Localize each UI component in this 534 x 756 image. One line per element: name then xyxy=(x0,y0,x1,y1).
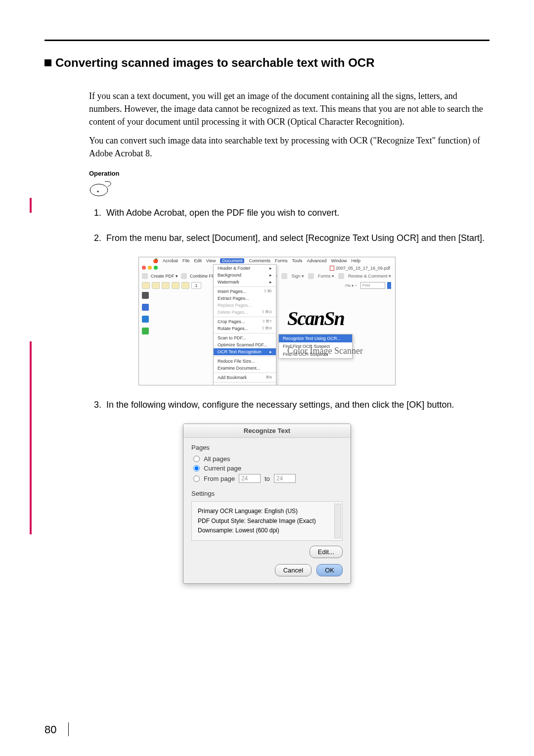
setting-line: Downsample: Lowest (600 dpi) xyxy=(198,526,336,535)
settings-group-label: Settings xyxy=(191,490,343,497)
toolbar-find: .7% ▾ Find xyxy=(344,282,391,289)
step-text: With Adobe Acrobat, open the PDF file yo… xyxy=(106,208,339,218)
menu-item[interactable]: Background▸ xyxy=(214,272,276,279)
menubar-item-document[interactable]: Document xyxy=(220,258,244,263)
signatures-panel-icon[interactable] xyxy=(142,316,149,323)
setting-line: Primary OCR Language: English (US) xyxy=(198,507,336,516)
radio-label: All pages xyxy=(204,455,230,463)
square-bullet-icon xyxy=(44,59,51,66)
menu-item[interactable]: Rotate Pages...⇧⌘R xyxy=(214,325,276,332)
review-icon[interactable] xyxy=(338,273,344,279)
radio-input[interactable] xyxy=(193,465,200,472)
minimize-icon[interactable] xyxy=(148,266,152,270)
print-icon[interactable] xyxy=(152,282,160,289)
procedure-list: 1. With Adobe Acrobat, open the PDF file… xyxy=(94,206,490,245)
toolbar-primary: Create PDF ▾ Combine Files ▾ xyxy=(142,273,222,279)
radio-from-page[interactable]: From page to xyxy=(193,474,343,483)
menu-item-ocr-text-recognition[interactable]: OCR Text Recognition▸ xyxy=(214,348,276,355)
pdf-file-icon xyxy=(330,266,334,271)
menu-item[interactable]: Optimize Scanned PDF... xyxy=(214,341,276,348)
radio-input[interactable] xyxy=(193,456,200,462)
dialog-title: Recognize Text xyxy=(183,424,351,438)
acrobat-screenshot: 🍎 Acrobat File Edit View Document Commen… xyxy=(138,257,396,385)
menubar-item[interactable]: Comments xyxy=(249,258,270,263)
combine-icon[interactable] xyxy=(181,273,187,279)
menu-item[interactable]: Extract Pages... xyxy=(214,295,276,302)
menu-item[interactable]: Crop Pages...⇧⌘T xyxy=(214,318,276,325)
menubar-item[interactable]: Window xyxy=(331,258,347,263)
document-menu: Header & Footer▸ Background▸ Watermark▸ … xyxy=(213,264,276,385)
menu-item[interactable]: Watermark▸ xyxy=(214,279,276,285)
recognize-text-dialog: Recognize Text Pages All pages Current p… xyxy=(183,424,351,584)
arrow-left-icon[interactable] xyxy=(172,282,179,289)
pages-group-label: Pages xyxy=(191,444,343,451)
arrow-right-icon[interactable] xyxy=(181,282,189,289)
list-item: 3. In the following window, configure th… xyxy=(94,398,490,412)
page-number-input[interactable]: 1 xyxy=(191,282,201,289)
window-controls[interactable] xyxy=(142,266,158,270)
help-panel-icon[interactable] xyxy=(142,328,149,334)
svg-point-1 xyxy=(97,191,99,192)
menu-item[interactable]: Attach a File... xyxy=(214,383,276,385)
operation-label: Operation xyxy=(89,170,119,177)
apple-menu-icon: 🍎 xyxy=(153,258,158,263)
radio-input[interactable] xyxy=(193,475,200,482)
operation-badge: Operation xyxy=(89,169,490,197)
to-page-input[interactable] xyxy=(274,474,296,483)
menubar-item[interactable]: Advanced xyxy=(307,258,326,263)
nav-pane xyxy=(142,292,149,334)
menubar-item[interactable]: Acrobat xyxy=(163,258,178,263)
cancel-button[interactable]: Cancel xyxy=(275,564,312,576)
from-page-input[interactable] xyxy=(239,474,261,483)
window-title: 2007_05_15_17_16_09.pdf xyxy=(330,266,390,271)
toolbar-nav: 1 xyxy=(142,282,201,289)
menubar-item[interactable]: Edit xyxy=(194,258,202,263)
pages-panel-icon[interactable] xyxy=(142,292,149,299)
toolbar-button[interactable]: Review & Comment ▾ xyxy=(348,274,391,279)
settings-readout: Primary OCR Language: English (US) PDF O… xyxy=(191,501,343,541)
toolbar-button[interactable]: Forms ▾ xyxy=(318,274,334,279)
toolbar-button[interactable]: Sign ▾ xyxy=(291,274,304,279)
menubar-item[interactable]: File xyxy=(182,258,190,263)
find-dropdown-icon[interactable] xyxy=(387,282,391,289)
operation-icon xyxy=(89,178,119,197)
find-input[interactable]: Find xyxy=(360,282,385,289)
edit-button[interactable]: Edit... xyxy=(310,546,343,558)
zoom-icon[interactable] xyxy=(154,266,158,270)
menu-item[interactable]: Add Bookmark⌘B xyxy=(214,374,276,381)
ok-button[interactable]: OK xyxy=(316,564,343,576)
menu-item[interactable]: Examine Document... xyxy=(214,365,276,372)
menu-item: Replace Pages... xyxy=(214,302,276,309)
radio-current-page[interactable]: Current page xyxy=(193,465,343,472)
menubar-item[interactable]: View xyxy=(206,258,216,263)
step-text: From the menu bar, select [Document], an… xyxy=(106,233,485,243)
toolbar-button[interactable]: Create PDF ▾ xyxy=(151,274,178,279)
menu-item[interactable]: Header & Footer▸ xyxy=(214,265,276,272)
create-pdf-icon[interactable] xyxy=(142,273,148,279)
sign-icon[interactable] xyxy=(281,273,287,279)
page-number: 80 xyxy=(44,722,69,736)
menubar-item[interactable]: Tools xyxy=(292,258,302,263)
mac-menubar: 🍎 Acrobat File Edit View Document Commen… xyxy=(139,257,395,264)
close-icon[interactable] xyxy=(142,266,146,270)
folder-icon[interactable] xyxy=(142,282,150,289)
change-bar xyxy=(30,198,32,213)
scrollbar[interactable] xyxy=(334,504,341,538)
radio-all-pages[interactable]: All pages xyxy=(193,455,343,463)
zoom-value[interactable]: .7% ▾ xyxy=(344,284,354,288)
menubar-item[interactable]: Help xyxy=(352,258,361,263)
zoom-icon[interactable] xyxy=(356,285,356,286)
bookmarks-panel-icon[interactable] xyxy=(142,304,149,311)
toolbar-right: ure ▾ Sign ▾ Forms ▾ Review & Comment ▾ xyxy=(267,273,391,279)
step-text: In the following window, configure the n… xyxy=(106,400,454,410)
menu-item[interactable]: Reduce File Size... xyxy=(214,358,276,365)
mail-icon[interactable] xyxy=(162,282,170,289)
menu-item[interactable]: Insert Pages...⇧⌘I xyxy=(214,288,276,295)
menu-item[interactable]: Scan to PDF... xyxy=(214,334,276,341)
radio-label: From page xyxy=(204,475,235,482)
forms-icon[interactable] xyxy=(308,273,314,279)
procedure-list: 3. In the following window, configure th… xyxy=(94,398,490,412)
change-bar xyxy=(30,341,32,534)
svg-point-0 xyxy=(90,184,108,196)
menubar-item[interactable]: Forms xyxy=(275,258,288,263)
